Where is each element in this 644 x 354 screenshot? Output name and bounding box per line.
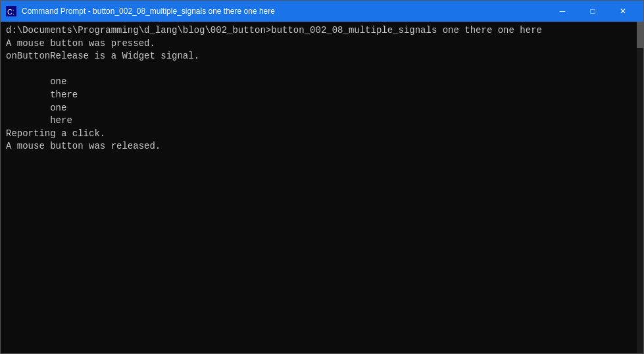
console-line: one [6, 102, 638, 115]
minimize-button[interactable]: ─ [547, 1, 578, 22]
console-line [6, 63, 638, 76]
console-output: d:\Documents\Programming\d_lang\blog\002… [1, 22, 643, 353]
console-line: onButtonRelease is a Widget signal. [6, 50, 638, 63]
title-bar-text: Command Prompt - button_002_08_multiple_… [22, 7, 547, 16]
cmd-icon: C: [6, 6, 16, 16]
console-lines: d:\Documents\Programming\d_lang\blog\002… [6, 24, 638, 153]
console-line: here [6, 114, 638, 128]
console-line: A mouse button was released. [6, 140, 638, 153]
scrollbar-thumb[interactable] [637, 22, 643, 48]
title-bar: C: Command Prompt - button_002_08_multip… [1, 1, 643, 22]
console-line: there [6, 89, 638, 102]
title-bar-controls: ─ □ ✕ [547, 1, 638, 22]
maximize-button[interactable]: □ [578, 1, 608, 22]
console-line: Reporting a click. [6, 128, 638, 141]
scrollbar[interactable] [637, 22, 643, 353]
console-line: one [6, 76, 638, 89]
close-button[interactable]: ✕ [608, 1, 638, 22]
command-prompt-window: C: Command Prompt - button_002_08_multip… [0, 0, 644, 354]
console-line: A mouse button was pressed. [6, 38, 638, 51]
console-line: d:\Documents\Programming\d_lang\blog\002… [6, 24, 638, 38]
svg-text:C:: C: [7, 8, 14, 16]
